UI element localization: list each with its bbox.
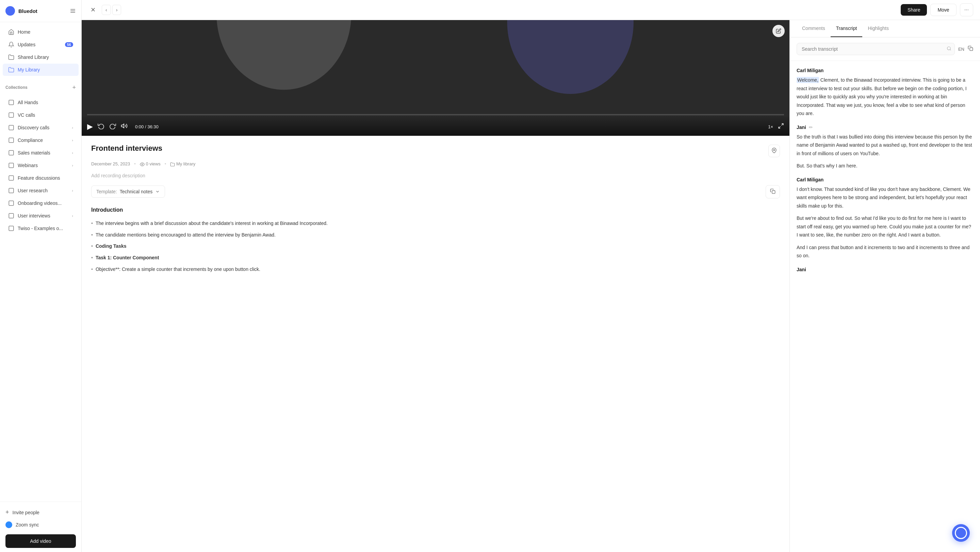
app-name: Bluedot [18, 8, 37, 14]
edit-speaker-button[interactable]: ✏ [809, 124, 813, 130]
collapse-sidebar-button[interactable] [70, 8, 76, 14]
sidebar-item-onboarding-videos[interactable]: Onboarding videos... [3, 197, 79, 209]
sidebar-item-compliance[interactable]: Compliance › [3, 134, 79, 146]
search-icon [947, 46, 951, 52]
main-content: ✕ ‹ › Share Move ··· [82, 0, 980, 552]
collections-header: Collections + [0, 80, 81, 92]
sidebar-item-all-hands[interactable]: All Hands [3, 96, 79, 108]
pin-icon [772, 148, 777, 153]
add-description-field[interactable]: Add recording description [91, 173, 780, 178]
zoom-sync-button[interactable]: Zoom sync [5, 519, 76, 531]
tab-comments[interactable]: Comments [797, 20, 830, 37]
recording-views: 0 views [146, 161, 160, 166]
svg-line-23 [778, 127, 780, 128]
collection-icon [8, 124, 14, 131]
close-button[interactable]: ✕ [89, 4, 98, 16]
svg-rect-12 [9, 213, 14, 218]
transcript-text: I don't know. That sounded kind of like … [797, 185, 973, 210]
transcript-search-input[interactable] [797, 43, 955, 55]
my-library-icon [8, 67, 14, 73]
tab-transcript[interactable]: Transcript [830, 20, 862, 37]
sidebar-item-home[interactable]: Home [3, 26, 79, 38]
invite-people-button[interactable]: + Invite people [5, 506, 76, 519]
recording-title-text: Frontend interviews [91, 144, 162, 153]
volume-button[interactable] [121, 122, 127, 131]
collections-nav: All Hands VC calls Discovery calls › Com… [0, 92, 81, 238]
transcript-text: Welcome, Clement, to the Binawad Incorpo… [797, 76, 973, 118]
sidebar-item-label: Twiso - Examples o... [18, 226, 63, 231]
notes-list: The interview begins with a brief discus… [91, 218, 780, 275]
sidebar-item-label: Updates [18, 42, 35, 47]
svg-point-24 [773, 150, 775, 151]
chevron-right-icon: › [72, 138, 73, 142]
video-controls: ▶ 0:00 / 36:30 1× [82, 115, 789, 136]
sidebar-item-updates[interactable]: Updates 56 [3, 38, 79, 51]
recording-title-row: Frontend interviews [91, 144, 780, 157]
sidebar-item-sales-materials[interactable]: Sales materials › [3, 147, 79, 159]
sidebar-item-user-research[interactable]: User research › [3, 185, 79, 197]
collection-icon [8, 137, 14, 143]
collection-icon [8, 225, 14, 231]
svg-rect-6 [9, 138, 14, 143]
speed-button[interactable]: 1× [768, 124, 773, 129]
transcript-tabs: Comments Transcript Highlights [790, 20, 980, 37]
views-icon [140, 162, 145, 167]
sidebar: Bluedot Home Updates 56 Shared Library M… [0, 0, 82, 552]
bold-label: Task 1: Counter Component [95, 254, 159, 262]
recording-date: December 25, 2023 [91, 161, 130, 166]
highlighted-text: Welcome, [797, 77, 819, 83]
add-video-button[interactable]: Add video [5, 534, 76, 548]
copy-notes-button[interactable] [765, 185, 780, 199]
sidebar-item-discovery-calls[interactable]: Discovery calls › [3, 121, 79, 134]
collection-icon [8, 99, 14, 105]
sidebar-item-feature-discussions[interactable]: Feature discussions [3, 172, 79, 184]
collection-icon [8, 188, 14, 194]
previous-button[interactable]: ‹ [102, 5, 111, 15]
list-item: Objective**: Create a simple counter tha… [91, 264, 780, 275]
home-icon [8, 29, 14, 35]
svg-point-25 [142, 164, 143, 165]
copy-transcript-button[interactable] [968, 46, 973, 52]
collection-icon [8, 200, 14, 206]
sidebar-item-shared-library[interactable]: Shared Library [3, 51, 79, 63]
template-bar: Template: Technical notes [91, 185, 780, 199]
folder-icon [8, 54, 14, 60]
sidebar-item-label: Onboarding videos... [18, 200, 62, 206]
move-button[interactable]: Move [930, 4, 956, 16]
language-button[interactable]: EN [958, 47, 964, 52]
collection-icon [8, 112, 14, 118]
svg-rect-26 [772, 191, 775, 194]
video-player: DEV ▶ [82, 20, 789, 136]
speaker-name: Jani [797, 267, 973, 272]
sidebar-item-user-interviews[interactable]: User interviews › [3, 210, 79, 222]
floating-action-button[interactable] [952, 524, 970, 542]
list-item: Task 1: Counter Component [91, 252, 780, 264]
play-button[interactable]: ▶ [87, 122, 93, 131]
zoom-icon [5, 521, 12, 528]
sidebar-item-twiso-examples[interactable]: Twiso - Examples o... [3, 222, 79, 234]
speaker-name: Jani ✏ [797, 124, 973, 130]
svg-rect-11 [9, 201, 14, 205]
sidebar-item-label: Shared Library [18, 54, 49, 60]
sidebar-item-webinars[interactable]: Webinars › [3, 159, 79, 172]
tab-highlights[interactable]: Highlights [862, 20, 894, 37]
forward-button[interactable] [109, 122, 116, 131]
share-button[interactable]: Share [901, 4, 927, 16]
plus-icon: + [5, 509, 9, 516]
list-item: Coding Tasks [91, 240, 780, 252]
next-button[interactable]: › [112, 5, 121, 15]
sidebar-bottom: + Invite people Zoom sync Add video [0, 502, 81, 552]
fullscreen-button[interactable] [778, 123, 784, 130]
sidebar-item-my-library[interactable]: My Library [3, 64, 79, 76]
pin-button[interactable] [768, 145, 780, 157]
add-collection-button[interactable]: + [72, 84, 76, 91]
template-selector[interactable]: Template: Technical notes [91, 186, 165, 198]
sidebar-item-vc-calls[interactable]: VC calls [3, 109, 79, 121]
more-options-button[interactable]: ··· [960, 3, 973, 16]
speaker-name: Carl Miligan [797, 177, 973, 182]
svg-rect-9 [9, 176, 14, 180]
template-label: Template: [96, 189, 117, 194]
topbar: ✕ ‹ › Share Move ··· [82, 0, 980, 20]
transcript-text-continuation: And I can press that button and it incre… [797, 243, 973, 260]
rewind-button[interactable] [98, 122, 105, 131]
